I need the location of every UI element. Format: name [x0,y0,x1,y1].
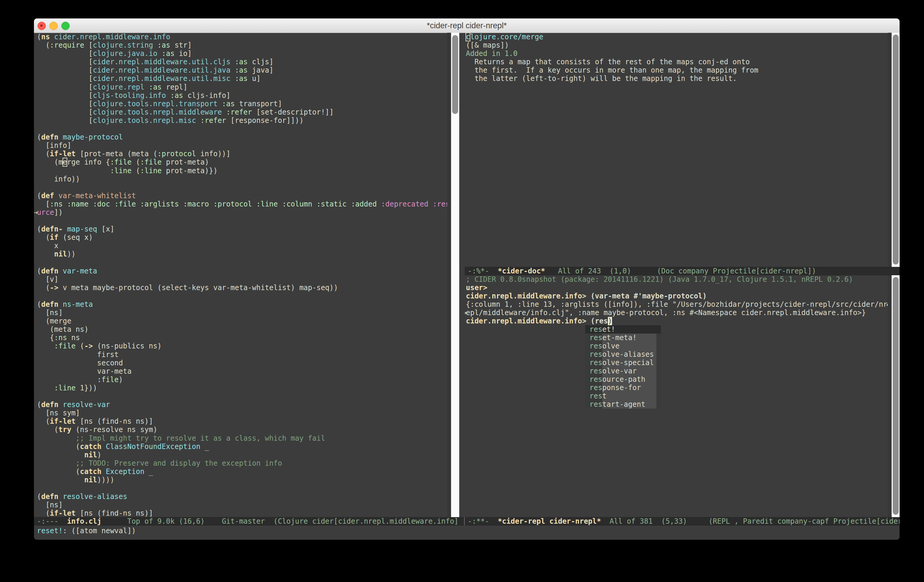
code-line: nil)))) [37,476,447,484]
code-line-segment: ns [41,33,50,41]
completion-item[interactable]: reset! [585,325,661,333]
code-line-segment: ( [37,33,41,41]
code-line-segment: defn [41,300,58,308]
code-line: {:ns ns [37,333,447,342]
doc-scrollbar[interactable] [891,33,899,267]
completion-margin [585,392,589,400]
code-line-segment: [ [37,100,93,108]
cider-doc-buffer[interactable]: clojure.core/merge([& maps])Added in 1.0… [465,33,888,267]
code-line-segment [428,200,432,208]
code-line-segment: [ [37,74,93,83]
repl-line-segment: ) [608,317,612,325]
code-line-segment: ( [37,417,50,425]
completion-popup[interactable]: reset!reset-meta!resolveresolve-aliasesr… [585,325,661,409]
completion-item[interactable]: reset-meta! [585,333,661,342]
code-line-segment: ) [97,451,101,459]
completion-common-prefix: res [589,400,602,409]
code-line: (defn resolve-aliases [37,493,447,501]
code-line-segment: cljs-info] [183,91,230,100]
code-line-segment: [ [37,200,50,208]
code-line-segment [136,200,140,208]
editor-buffer-info-clj[interactable]: (ns cider.nrepl.middleware.info (:requir… [34,33,447,517]
completion-margin [585,350,589,359]
completion-common-prefix: res [589,350,602,359]
code-line-segment: { [37,333,54,342]
completion-rest: olve-special [602,359,657,367]
completion-common-prefix: res [589,333,602,342]
editor-scrollbar-thumb[interactable] [452,35,458,114]
repl-scrollbar-thumb[interactable] [893,277,899,515]
completion-item[interactable]: response-for [585,384,661,392]
code-line-segment: cider.nrepl.middleware.info [54,33,170,41]
code-line-segment [157,49,162,58]
code-line-segment: var-meta [37,367,132,376]
code-line-segment: cljs-tooling.info [93,91,166,100]
code-line-segment: [ [37,91,93,100]
completion-item[interactable]: resolve-aliases [585,350,661,359]
echo-area[interactable]: reset!: ([atom newval]) [34,526,899,540]
code-line-segment: e [63,158,67,167]
code-line [37,292,447,300]
modeline-segment: All of 381 (5,33) (REPL , Paredit compan… [601,517,899,526]
code-line-segment: (seq x) [58,233,93,242]
titlebar[interactable]: *cider-repl cider-nrepl* [34,18,899,33]
code-line: ;; TODO: Preserve and display the except… [37,459,447,467]
code-line-segment: prot-meta) [162,158,209,167]
code-line-segment: if [50,233,58,242]
completion-rest: ponse-for [602,384,657,392]
code-line-segment [230,74,234,83]
code-line-segment: resolve-var [63,401,110,409]
code-line-segment: nil [54,250,67,258]
code-line-segment [58,493,63,501]
code-line [37,217,447,225]
code-line-segment: ]) [54,208,63,217]
eldoc-message: reset!: ([atom newval]) [37,527,136,535]
completion-rest: ource-path [602,375,657,384]
code-line-segment: ( [37,300,41,308]
code-line: (if-let [ns (find-ns ns)] [37,509,447,517]
repl-scrollbar[interactable] [891,275,899,517]
code-line-segment [377,200,381,208]
code-line-segment: [ns sym] [37,409,80,417]
cider-repl-buffer[interactable]: ; CIDER 0.8.0snapshot (package: 20141116… [465,275,888,517]
code-line: nil) [37,451,447,459]
code-line-segment: [ [84,41,93,49]
completion-item[interactable]: resolve-var [585,367,661,375]
repl-line-segment [586,317,591,325]
completion-item[interactable]: resolve-special [585,359,661,367]
code-line-segment: defn [41,493,58,501]
code-line-segment: :doc [93,200,110,208]
code-line: (defn var-meta [37,267,447,275]
code-line-segment [37,167,110,175]
repl-line: {:column 1, :line 13, :arglists ([info])… [466,300,888,308]
doc-text: clojure.core/merge([& maps])Added in 1.0… [465,33,888,83]
completion-item[interactable]: resource-path [585,375,661,384]
code-line-segment [102,442,106,451]
modeline-segment: Top of 9.0k (16,6) Git-master (Clojure c… [102,517,464,526]
completion-item[interactable]: restart-agent [585,400,661,409]
code-line-segment: (meta ns) [37,325,88,333]
completion-margin [585,367,589,375]
repl-line-segment: user> [466,284,487,292]
code-line-segment: if-let [50,150,76,158]
code-line-segment [37,342,54,350]
code-line-segment: :as [235,58,248,66]
editor-scrollbar[interactable] [451,33,459,517]
code-line-segment: var-meta-whitelist [58,191,136,200]
code-line [37,484,447,493]
code-line-segment: :as [162,49,175,58]
code-line-segment: ( [37,133,41,141]
repl-line: ↪epl/middleware/info.clj", :name maybe-p… [466,308,888,317]
doc-scrollbar-thumb[interactable] [893,35,899,264]
completion-item[interactable]: rest [585,392,661,400]
modeline-segment: *cider-repl cider-nrepl* [498,517,601,526]
code-line: [clojure.tools.nrepl.misc :refer [respon… [37,116,447,125]
code-line-segment: :as [157,41,170,49]
code-line: ↪urce]) [37,208,447,217]
code-line-segment: ( [37,401,41,409]
code-line-segment: ClassNotFoundException [106,442,200,451]
repl-line-segment: (var-meta #'maybe-protocol) [591,292,707,300]
repl-line-segment: cider.nrepl.middleware.info> [466,317,586,325]
completion-item[interactable]: resolve [585,342,661,350]
repl-line-segment: epl/middleware/info.clj", :name maybe-pr… [466,308,866,317]
